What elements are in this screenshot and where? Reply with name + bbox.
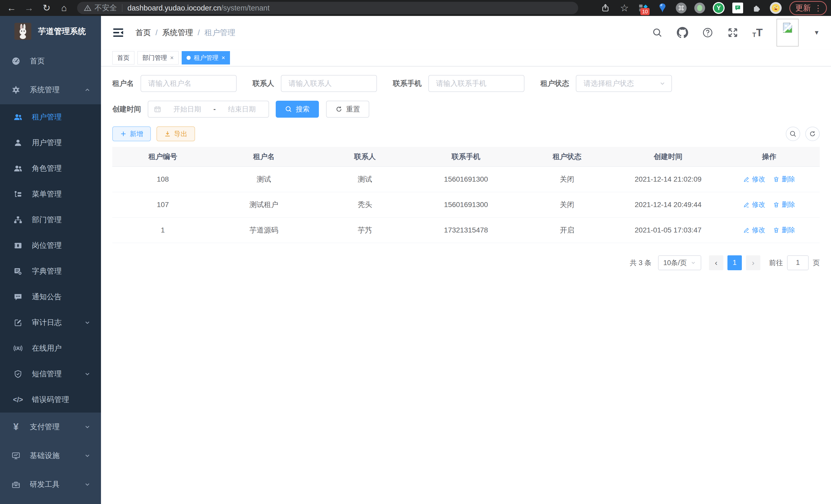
sidebar-item-label: 支付管理 bbox=[30, 422, 60, 432]
edit-link[interactable]: 修改 bbox=[743, 226, 765, 235]
help-icon[interactable] bbox=[702, 27, 713, 38]
chevron-down-icon bbox=[659, 80, 666, 87]
delete-link[interactable]: 删除 bbox=[773, 175, 795, 184]
tab-department-management[interactable]: 部门管理 × bbox=[138, 51, 179, 64]
font-size-icon[interactable]: TT bbox=[752, 27, 763, 38]
reload-icon[interactable]: ↻ bbox=[39, 2, 54, 14]
filter-create-time: 创建时间 开始日期 - 结束日期 bbox=[112, 101, 269, 118]
sidebar-item-infrastructure[interactable]: 基础设施 bbox=[0, 441, 101, 470]
phone-input[interactable] bbox=[428, 75, 524, 92]
yen-icon: ¥ bbox=[11, 422, 21, 432]
col-phone: 联系手机 bbox=[416, 147, 516, 167]
filter-phone: 联系手机 bbox=[393, 75, 524, 92]
bookmark-star-icon[interactable]: ☆ bbox=[619, 2, 630, 13]
sidebar-item-department-management[interactable]: 部门管理 bbox=[0, 207, 101, 233]
sidebar-item-label: 系统管理 bbox=[30, 85, 60, 95]
github-icon[interactable] bbox=[677, 27, 688, 38]
sidebar-item-payment-management[interactable]: ¥ 支付管理 bbox=[0, 413, 101, 441]
sidebar-item-home[interactable]: 首页 bbox=[0, 47, 101, 76]
sidebar-item-audit-log[interactable]: 审计日志 bbox=[0, 310, 101, 335]
extension-cmd-icon[interactable] bbox=[676, 3, 687, 13]
extension-tabs-icon[interactable]: 10 bbox=[638, 2, 649, 13]
chevron-down-icon bbox=[84, 452, 91, 459]
page-size-select[interactable]: 10条/页 bbox=[658, 255, 701, 270]
user-avatar[interactable] bbox=[776, 19, 799, 47]
breadcrumb-home[interactable]: 首页 bbox=[136, 28, 151, 38]
goto-page-input[interactable] bbox=[787, 255, 809, 270]
edit-link[interactable]: 修改 bbox=[743, 200, 765, 209]
delete-link[interactable]: 删除 bbox=[773, 200, 795, 209]
back-icon[interactable]: ← bbox=[4, 2, 19, 14]
update-label: 更新 bbox=[795, 3, 811, 13]
address-bar[interactable]: 不安全 dashboard.yudao.iocoder.cn/system/te… bbox=[77, 2, 578, 14]
prev-page-button[interactable]: ‹ bbox=[709, 255, 723, 270]
profile-avatar-icon[interactable] bbox=[770, 2, 782, 14]
add-button[interactable]: 新增 bbox=[112, 126, 151, 141]
col-contact: 联系人 bbox=[315, 147, 416, 167]
url-host: dashboard.yudao.iocoder.cn bbox=[127, 4, 221, 12]
browser-menu-icon[interactable]: ⋮ bbox=[814, 4, 822, 12]
fullscreen-icon[interactable] bbox=[727, 27, 739, 38]
extension-gray-dot-icon[interactable] bbox=[694, 3, 705, 13]
security-chip[interactable]: 不安全 bbox=[84, 3, 117, 13]
page-number-1[interactable]: 1 bbox=[727, 255, 742, 270]
sidebar-item-post-management[interactable]: 岗位管理 bbox=[0, 233, 101, 259]
extension-chat-icon[interactable] bbox=[732, 3, 743, 13]
active-tab-dot bbox=[187, 56, 191, 60]
tab-tenant-management[interactable]: 租户管理 × bbox=[182, 51, 230, 64]
delete-link[interactable]: 删除 bbox=[773, 226, 795, 235]
goto-label: 前往 bbox=[769, 258, 783, 267]
create-time-range-picker[interactable]: 开始日期 - 结束日期 bbox=[148, 101, 269, 118]
sidebar-item-online-users[interactable]: 在线用户 bbox=[0, 335, 101, 361]
close-icon[interactable]: × bbox=[170, 54, 174, 61]
sidebar-item-notice[interactable]: 通知公告 bbox=[0, 284, 101, 310]
extensions-puzzle-icon[interactable] bbox=[751, 2, 762, 13]
app-logo-row[interactable]: 芋道管理系统 bbox=[0, 16, 101, 47]
edit-link[interactable]: 修改 bbox=[743, 175, 765, 184]
close-icon[interactable]: × bbox=[222, 54, 225, 61]
extension-pin-icon[interactable] bbox=[657, 2, 668, 13]
sidebar-item-tenant-management[interactable]: 租户管理 bbox=[0, 104, 101, 130]
collapse-sidebar-icon[interactable] bbox=[112, 27, 124, 38]
extension-badge: 10 bbox=[640, 8, 650, 15]
sidebar-item-system-management[interactable]: 系统管理 bbox=[0, 76, 101, 104]
security-label: 不安全 bbox=[94, 3, 117, 13]
tab-label: 首页 bbox=[117, 54, 130, 62]
breadcrumb-system[interactable]: 系统管理 bbox=[162, 28, 193, 38]
browser-toolbar: ← → ↻ ⌂ 不安全 dashboard.yudao.iocoder.cn/s… bbox=[0, 0, 831, 16]
cell-phone: 15601691300 bbox=[416, 167, 516, 192]
search-icon[interactable] bbox=[652, 27, 663, 38]
next-page-button[interactable]: › bbox=[746, 255, 760, 270]
reset-button[interactable]: 重置 bbox=[326, 101, 369, 118]
forward-icon[interactable]: → bbox=[22, 2, 36, 14]
table-search-toggle-button[interactable] bbox=[786, 127, 800, 141]
cell-status: 开启 bbox=[516, 217, 618, 243]
extension-y-icon[interactable]: Y bbox=[713, 2, 725, 14]
sidebar-item-sms-management[interactable]: 短信管理 bbox=[0, 361, 101, 387]
export-button[interactable]: 导出 bbox=[156, 126, 195, 141]
rabbit-logo bbox=[15, 23, 31, 40]
home-icon[interactable]: ⌂ bbox=[57, 2, 71, 14]
url-path: /system/tenant bbox=[221, 4, 269, 12]
share-icon[interactable] bbox=[600, 2, 611, 13]
table-refresh-button[interactable] bbox=[805, 127, 820, 141]
sidebar-item-error-code-management[interactable]: </> 错误码管理 bbox=[0, 387, 101, 413]
tab-home[interactable]: 首页 bbox=[112, 51, 134, 64]
search-button[interactable]: 搜索 bbox=[276, 101, 319, 118]
sidebar-item-dictionary-management[interactable]: 字典管理 bbox=[0, 259, 101, 284]
sidebar-item-user-management[interactable]: 用户管理 bbox=[0, 130, 101, 156]
pagination: 共 3 条 10条/页 ‹ 1 › 前往 页 bbox=[112, 255, 820, 270]
chrome-update-button[interactable]: 更新 ⋮ bbox=[790, 1, 827, 15]
sidebar-item-menu-management[interactable]: 菜单管理 bbox=[0, 181, 101, 207]
contact-input[interactable] bbox=[281, 75, 377, 92]
avatar-caret-icon[interactable]: ▼ bbox=[813, 29, 820, 36]
filter-contact: 联系人 bbox=[253, 75, 377, 92]
tenant-name-input[interactable] bbox=[141, 75, 237, 92]
app-title: 芋道管理系统 bbox=[38, 26, 86, 37]
dictionary-icon bbox=[13, 267, 23, 276]
sidebar-item-label: 用户管理 bbox=[32, 138, 62, 148]
gear-icon bbox=[11, 85, 21, 94]
sidebar-item-dev-tools[interactable]: 研发工具 bbox=[0, 470, 101, 499]
sidebar-item-role-management[interactable]: 角色管理 bbox=[0, 156, 101, 181]
status-select[interactable]: 请选择租户状态 bbox=[576, 75, 672, 92]
